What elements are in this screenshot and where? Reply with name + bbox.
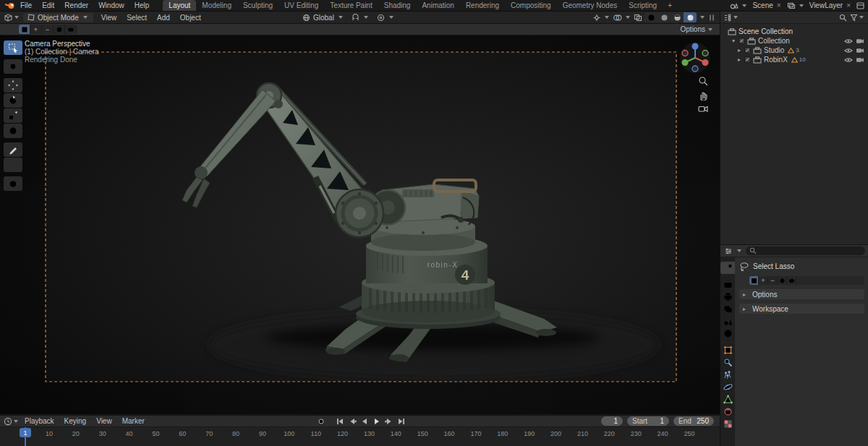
properties-tab-view-layer[interactable]: [720, 303, 735, 315]
select-invert-button[interactable]: [54, 25, 65, 34]
viewport-menu-view[interactable]: View: [96, 14, 122, 22]
properties-tab-tool[interactable]: [720, 262, 735, 274]
menu-help[interactable]: Help: [129, 1, 155, 9]
outliner-row-collection[interactable]: ▾ ✓ Collection: [720, 36, 868, 46]
viewport-menu-add[interactable]: Add: [152, 14, 175, 22]
disclosure-triangle-icon[interactable]: ▸: [738, 56, 744, 63]
outliner-row-scene-collection[interactable]: Scene Collection: [720, 27, 868, 36]
viewport-3d[interactable]: robin-X 4: [0, 35, 720, 414]
tool-mode-button[interactable]: [787, 276, 796, 285]
workspace-tab-layout[interactable]: Layout: [163, 0, 196, 11]
chevron-down-icon[interactable]: [605, 16, 609, 19]
properties-editor-icon[interactable]: [724, 247, 733, 255]
select-intersect-button[interactable]: [65, 25, 77, 34]
pan-hand-icon[interactable]: [698, 90, 708, 100]
chevron-down-icon[interactable]: [700, 16, 705, 19]
split-region-icon[interactable]: [708, 14, 715, 22]
orientation-dropdown[interactable]: Global: [313, 14, 334, 22]
chevron-down-icon[interactable]: [799, 4, 804, 7]
shading-rendered-button[interactable]: [684, 12, 697, 22]
frame-end-field[interactable]: End 250: [673, 416, 714, 426]
editor-type-icon[interactable]: [4, 14, 13, 22]
timeline-editor-icon[interactable]: [4, 417, 12, 426]
timeline-menu-view[interactable]: View: [91, 417, 117, 425]
next-keyframe-button[interactable]: [384, 417, 394, 426]
hide-eye-icon[interactable]: [844, 38, 853, 44]
select-set-button[interactable]: [19, 25, 30, 34]
chevron-down-icon[interactable]: [859, 16, 864, 19]
blender-logo-icon[interactable]: [4, 2, 15, 9]
transform-tool[interactable]: [4, 124, 22, 138]
menu-window[interactable]: Window: [93, 1, 129, 9]
add-primitive-tool[interactable]: [4, 176, 22, 191]
chevron-down-icon[interactable]: [389, 16, 393, 19]
workspace-tab-modeling[interactable]: Modeling: [196, 0, 237, 11]
rotate-tool[interactable]: [4, 93, 22, 108]
chevron-down-icon[interactable]: [742, 4, 746, 7]
workspace-tab-shading[interactable]: Shading: [378, 0, 417, 11]
workspace-tab-geometry-nodes[interactable]: Geometry Nodes: [557, 0, 624, 11]
chevron-down-icon[interactable]: [733, 16, 738, 19]
shading-material-button[interactable]: [671, 12, 684, 22]
workspace-tab-scripting[interactable]: Scripting: [623, 0, 663, 11]
menu-render[interactable]: Render: [59, 1, 93, 9]
timeline-menu-keying[interactable]: Keying: [59, 417, 92, 425]
snap-magnet-icon[interactable]: [352, 14, 359, 22]
options-section-header[interactable]: ▸ Options: [739, 289, 864, 299]
hide-eye-icon[interactable]: [844, 48, 853, 53]
filter-funnel-icon[interactable]: [850, 14, 858, 22]
tool-options-dropdown[interactable]: Options: [681, 25, 714, 33]
play-reverse-button[interactable]: [359, 417, 370, 426]
workspace-tab-texture-paint[interactable]: Texture Paint: [324, 0, 378, 11]
properties-tab-object-data[interactable]: [720, 393, 735, 406]
properties-tab-particles[interactable]: [720, 369, 735, 381]
current-frame-marker[interactable]: 1: [20, 428, 31, 437]
scene-browse-icon[interactable]: [730, 2, 739, 9]
viewlayer-remove-button[interactable]: ×: [845, 1, 852, 9]
workspace-tab-compositing[interactable]: Compositing: [505, 0, 557, 11]
select-box-tool[interactable]: [4, 40, 22, 55]
disclosure-triangle-icon[interactable]: ▸: [738, 47, 744, 53]
jump-to-end-button[interactable]: [396, 417, 407, 426]
properties-tab-output[interactable]: [720, 291, 735, 303]
tool-mode-button[interactable]: [749, 276, 759, 285]
xray-toggle-icon[interactable]: [634, 14, 642, 22]
properties-tab-render[interactable]: [720, 278, 735, 291]
proportional-editing-icon[interactable]: [377, 14, 385, 22]
properties-tab-scene[interactable]: [720, 315, 735, 327]
workspace-tab-sculpting[interactable]: Sculpting: [237, 0, 278, 11]
outliner-row-studio[interactable]: ▸ ✓ Studio 3: [720, 46, 868, 55]
timeline-ruler[interactable]: 1 10203040506070809010011012013014015016…: [0, 427, 720, 446]
cursor-tool[interactable]: [4, 59, 22, 74]
properties-tab-physics[interactable]: [720, 381, 735, 393]
scene-selector[interactable]: Scene ×: [750, 1, 784, 9]
navigation-gizmo[interactable]: [679, 41, 711, 74]
workspace-tab-rendering[interactable]: Rendering: [460, 0, 505, 11]
timeline-menu-marker[interactable]: Marker: [117, 417, 150, 425]
properties-tab-texture[interactable]: [720, 418, 735, 430]
show-gizmo-icon[interactable]: [592, 14, 601, 22]
properties-search-input[interactable]: [746, 246, 865, 255]
chevron-down-icon[interactable]: [339, 16, 343, 19]
disable-in-render-camera-icon[interactable]: [856, 38, 864, 44]
tool-mode-button[interactable]: −: [768, 276, 778, 285]
hide-eye-icon[interactable]: [844, 57, 853, 63]
mode-dropdown[interactable]: Object Mode: [23, 13, 93, 22]
chevron-down-icon[interactable]: [14, 420, 18, 423]
annotate-tool[interactable]: [4, 142, 22, 157]
play-button[interactable]: [372, 417, 382, 426]
select-subtract-button[interactable]: −: [42, 25, 54, 34]
move-tool[interactable]: [4, 78, 22, 93]
disclosure-triangle-icon[interactable]: ▾: [732, 38, 739, 44]
chevron-down-icon[interactable]: [14, 16, 19, 19]
workspace-tab-animation[interactable]: Animation: [416, 0, 459, 11]
outliner-row-robinx[interactable]: ▸ ✓ RobinX 10: [720, 55, 868, 64]
disable-in-render-camera-icon[interactable]: [856, 48, 864, 53]
search-icon[interactable]: [839, 14, 847, 22]
prev-keyframe-button[interactable]: [347, 417, 357, 426]
collection-checkbox[interactable]: ✓: [739, 38, 745, 44]
workspace-tab-uv-editing[interactable]: UV Editing: [278, 0, 324, 11]
workspace-section-header[interactable]: ▸ Workspace: [739, 304, 864, 314]
menu-file[interactable]: File: [15, 1, 37, 9]
chevron-down-icon[interactable]: [737, 249, 741, 252]
